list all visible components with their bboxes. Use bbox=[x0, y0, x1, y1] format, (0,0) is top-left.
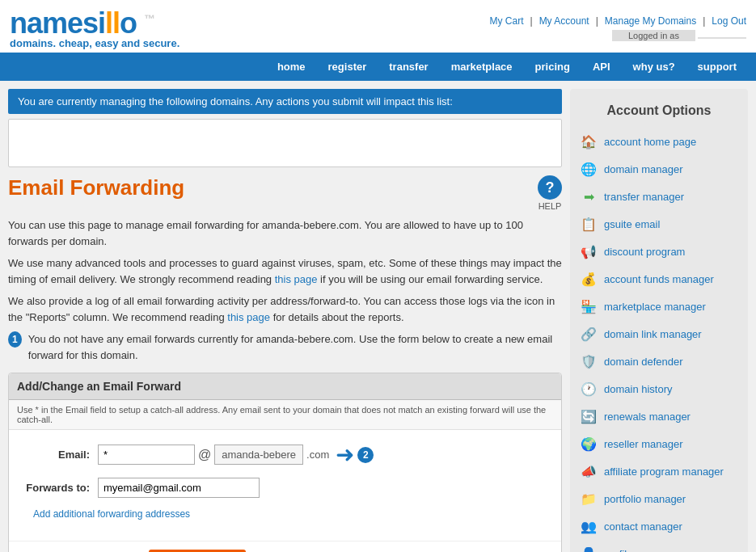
sidebar-label-contact-manager: contact manager bbox=[604, 520, 682, 533]
sidebar-label-account-funds-manager: account funds manager bbox=[604, 273, 714, 285]
discount-icon: 📢 bbox=[580, 242, 598, 260]
reseller-icon: 🌍 bbox=[580, 435, 598, 453]
email-input[interactable] bbox=[98, 445, 195, 465]
this-page-link-2[interactable]: this page bbox=[227, 311, 270, 323]
logo-tagline: domains. cheap, easy and secure. bbox=[10, 37, 179, 49]
my-account-link[interactable]: My Account bbox=[539, 15, 589, 27]
logged-in-text: Logged in as bbox=[612, 30, 695, 41]
nav-pricing[interactable]: pricing bbox=[524, 53, 581, 81]
log-out-link[interactable]: Log Out bbox=[712, 15, 746, 27]
profile-icon: 👤 bbox=[580, 545, 598, 552]
sidebar-item-account-home[interactable]: 🏠 account home page bbox=[570, 128, 748, 155]
portfolio-icon: 📁 bbox=[580, 490, 598, 508]
description-1: You can use this page to manage email fo… bbox=[8, 217, 562, 249]
logged-in-label: Logged in as bbox=[490, 30, 747, 41]
sidebar-label-marketplace-manager: marketplace manager bbox=[604, 301, 706, 313]
sidebar-item-domain-defender[interactable]: 🛡️ domain defender bbox=[570, 348, 748, 375]
forwards-inputs bbox=[98, 478, 260, 498]
forwards-to-row: Forwards to: bbox=[17, 478, 553, 498]
description-2: We use many advanced tools and processes… bbox=[8, 255, 562, 287]
domain-ext: .com bbox=[306, 449, 329, 461]
sidebar-label-renewals-manager: renewals manager bbox=[604, 411, 691, 423]
nav-register[interactable]: register bbox=[317, 53, 378, 81]
email-inputs: @ amanda-bebere .com bbox=[98, 445, 329, 465]
sidebar-item-domain-link-manager[interactable]: 🔗 domain link manager bbox=[570, 320, 748, 348]
logo-text: namesillo ™ bbox=[10, 6, 179, 40]
sidebar-label-account-home: account home page bbox=[604, 136, 696, 148]
globe-icon: 🌐 bbox=[580, 160, 598, 178]
email-row: Email: @ amanda-bebere .com ➜ 2 bbox=[17, 441, 553, 468]
this-page-link-1[interactable]: this page bbox=[275, 273, 318, 285]
sidebar-item-discount-program[interactable]: 📢 discount program bbox=[570, 238, 748, 265]
sidebar-item-account-funds-manager[interactable]: 💰 account funds manager bbox=[570, 265, 748, 293]
sidebar-item-reseller-manager[interactable]: 🌍 reseller manager bbox=[570, 430, 748, 457]
sidebar-item-transfer-manager[interactable]: ➡ transfer manager bbox=[570, 183, 748, 210]
domain-display: amanda-bebere bbox=[214, 445, 303, 465]
sidebar-label-portfolio-manager: portfolio manager bbox=[604, 493, 686, 505]
sidebar-label-reseller-manager: reseller manager bbox=[604, 438, 683, 450]
email-label: Email: bbox=[17, 449, 98, 461]
submit-row: 3 ➜ SUBMIT bbox=[9, 541, 561, 552]
sidebar-label-affiliate-program-manager: affiliate program manager bbox=[604, 466, 724, 478]
nav-marketplace[interactable]: marketplace bbox=[440, 53, 524, 81]
sidebar-label-transfer-manager: transfer manager bbox=[604, 191, 684, 203]
sidebar-title: Account Options bbox=[570, 97, 748, 128]
username-display bbox=[698, 37, 746, 39]
nav-api[interactable]: API bbox=[581, 53, 622, 81]
sidebar-label-domain-link-manager: domain link manager bbox=[604, 328, 702, 340]
at-sign: @ bbox=[198, 448, 211, 462]
nav-transfer[interactable]: transfer bbox=[378, 53, 439, 81]
sidebar-label-discount-program: discount program bbox=[604, 246, 685, 258]
header-links: My Cart | My Account | Manage My Domains… bbox=[490, 15, 747, 27]
shield-icon: 🛡️ bbox=[580, 352, 598, 370]
nav-bar: home register transfer marketplace prici… bbox=[0, 53, 756, 81]
home-icon: 🏠 bbox=[580, 133, 598, 150]
help-icon: ? bbox=[538, 175, 562, 200]
forwards-to-input[interactable] bbox=[98, 478, 260, 498]
sidebar-label-profile-manager: profile manager bbox=[604, 548, 677, 553]
history-icon: 🕐 bbox=[580, 380, 598, 398]
sidebar-item-affiliate-program-manager[interactable]: 📣 affiliate program manager bbox=[570, 457, 748, 485]
marketplace-icon: 🏪 bbox=[580, 297, 598, 315]
sidebar-item-domain-history[interactable]: 🕐 domain history bbox=[570, 375, 748, 402]
nav-why-us[interactable]: why us? bbox=[622, 53, 686, 81]
add-additional-link[interactable]: Add additional forwarding addresses bbox=[33, 508, 190, 520]
sidebar-item-contact-manager[interactable]: 👥 contact manager bbox=[570, 512, 748, 540]
domain-list-area bbox=[8, 119, 562, 167]
description-4: 1 You do not have any email forwards cur… bbox=[8, 331, 562, 363]
nav-home[interactable]: home bbox=[266, 53, 317, 81]
nav-support[interactable]: support bbox=[686, 53, 748, 81]
email-forward-form: Add/Change an Email Forward Use * in the… bbox=[8, 373, 562, 552]
sidebar-item-domain-manager[interactable]: 🌐 domain manager bbox=[570, 155, 748, 183]
transfer-icon: ➡ bbox=[580, 188, 598, 205]
description-3: We also provide a log of all email forwa… bbox=[8, 293, 562, 325]
sidebar-item-renewals-manager[interactable]: 🔄 renewals manager bbox=[570, 402, 748, 430]
page-title: Email Forwarding bbox=[8, 175, 184, 200]
link-icon: 🔗 bbox=[580, 325, 598, 343]
funds-icon: 💰 bbox=[580, 270, 598, 288]
alert-banner: You are currently managing the following… bbox=[8, 89, 562, 114]
sidebar-label-domain-manager: domain manager bbox=[604, 163, 683, 175]
step-2-circle: 2 bbox=[357, 447, 374, 463]
step-2-annotation: ➜ 2 bbox=[336, 441, 377, 468]
step-1-circle: 1 bbox=[8, 331, 22, 348]
sidebar-label-domain-defender: domain defender bbox=[604, 356, 683, 368]
gsuite-icon: 📋 bbox=[580, 215, 598, 233]
logo: namesillo ™ domains. cheap, easy and sec… bbox=[10, 6, 179, 49]
sidebar-item-portfolio-manager[interactable]: 📁 portfolio manager bbox=[570, 485, 748, 512]
my-cart-link[interactable]: My Cart bbox=[490, 15, 524, 27]
sidebar-item-profile-manager[interactable]: 👤 profile manager bbox=[570, 540, 748, 552]
help-label: HELP bbox=[538, 201, 562, 211]
form-description: Use * in the Email field to setup a catc… bbox=[9, 400, 561, 430]
affiliate-icon: 📣 bbox=[580, 462, 598, 480]
sidebar-item-gsuite-email[interactable]: 📋 gsuite email bbox=[570, 210, 748, 238]
manage-domains-link[interactable]: Manage My Domains bbox=[605, 15, 696, 27]
header-right: My Cart | My Account | Manage My Domains… bbox=[490, 15, 747, 41]
sidebar-item-marketplace-manager[interactable]: 🏪 marketplace manager bbox=[570, 293, 748, 320]
help-button[interactable]: ? HELP bbox=[538, 175, 562, 211]
contact-icon: 👥 bbox=[580, 517, 598, 535]
sidebar-label-gsuite-email: gsuite email bbox=[604, 218, 660, 230]
sidebar: Account Options 🏠 account home page 🌐 do… bbox=[570, 89, 748, 552]
sidebar-label-domain-history: domain history bbox=[604, 383, 673, 395]
form-header: Add/Change an Email Forward bbox=[9, 373, 561, 400]
